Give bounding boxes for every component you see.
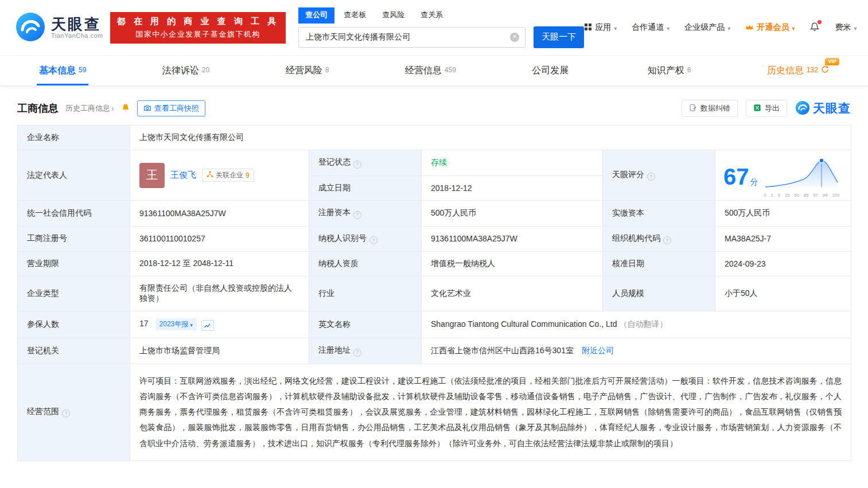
notification-bell[interactable] (809, 22, 820, 34)
tab-history-info[interactable]: VIP 历史信息 132 (765, 56, 831, 85)
field-value-term: 2018-12-12 至 2048-12-11 (130, 252, 309, 276)
export-button-label: 导出 (765, 103, 780, 114)
tab-label: 公司发展 (532, 65, 569, 77)
search-tab-risk[interactable]: 查风险 (375, 7, 411, 24)
search-tabs: 查公司 查老板 查风险 查关系 (298, 7, 584, 24)
search-tab-company[interactable]: 查公司 (298, 7, 334, 24)
field-label-reg-capital: 注册资本 (309, 201, 422, 227)
data-correction-button[interactable]: 数据纠错 (682, 100, 738, 117)
table-row: 登记机关 上饶市市场监督管理局 注册地址 江西省上饶市信州区中山西路16号301… (18, 338, 851, 364)
history-refresh-icon (821, 65, 829, 76)
nav-vip[interactable]: 开通会员 (745, 22, 795, 33)
table-row: 工商注册号 361100110010257 纳税人识别号 91361100MA3… (18, 226, 851, 252)
chevron-down-icon (854, 23, 857, 32)
field-label-taxpayer-no: 纳税人识别号 (309, 226, 422, 252)
table-row: 法定代表人 王 王俊飞 关联企业 9 (18, 150, 851, 176)
help-icon[interactable] (663, 236, 671, 244)
field-value-insured: 172023年报 (130, 311, 309, 338)
table-row: 企业类型 有限责任公司（非自然人投资或控股的法人独资） 行业 文化艺术业 人员规… (18, 276, 851, 311)
section-header: 工商信息 历史工商信息 查看工商快照 数据纠错 (0, 86, 868, 125)
table-row: 经营范围 许可项目：互联网游戏服务，演出经纪，网络文化经营，建设工程设计，建设工… (18, 364, 851, 460)
tab-legal-litigation[interactable]: 法律诉讼 20 (160, 56, 212, 85)
search-tab-boss[interactable]: 查老板 (337, 7, 373, 24)
legal-rep-link[interactable]: 王俊飞 (170, 170, 196, 181)
nav-enterprise[interactable]: 企业级产品 (684, 22, 730, 33)
export-button[interactable]: 导出 (746, 100, 787, 117)
camera-icon (143, 104, 151, 114)
tianyancha-watermark: 天眼查 (795, 100, 851, 117)
history-business-info-link[interactable]: 历史工商信息 (65, 103, 114, 114)
field-value-reg-no: 361100110010257 (130, 226, 309, 252)
subscribe-bell-icon[interactable] (121, 103, 130, 114)
clear-icon[interactable] (510, 33, 519, 42)
help-icon[interactable] (369, 236, 377, 244)
tianyancha-logo[interactable]: 天眼查 TianYanCha.com (15, 11, 103, 44)
table-row: 参保人数 172023年报 英文名称 Shangrao Tiantong Cul… (18, 311, 851, 338)
field-value-establish-date: 2018-12-12 (422, 175, 603, 200)
tab-label: 经营风险 (286, 65, 322, 77)
tab-count: 59 (79, 66, 86, 74)
snapshot-button-label: 查看工商快照 (154, 103, 199, 114)
field-label-address: 注册地址 (309, 338, 422, 364)
chevron-right-icon (111, 104, 114, 113)
tab-intellectual-property[interactable]: 知识产权 6 (645, 56, 694, 85)
chevron-down-icon (614, 23, 617, 32)
tab-label: 法律诉讼 (162, 65, 199, 77)
field-value-industry: 文化艺术业 (422, 276, 603, 311)
search-block: 查公司 查老板 查风险 查关系 天眼一下 (298, 7, 584, 48)
tianyancha-mark-icon (795, 100, 810, 117)
business-info-table: 企业名称 上饶市天同文化传播有限公司 法定代表人 王 王俊飞 (17, 125, 851, 461)
tianyancha-logo-icon (15, 11, 46, 44)
status-badge: 存续 (431, 158, 447, 167)
org-link-icon (207, 171, 213, 179)
tab-operation-risk[interactable]: 经营风险 8 (283, 56, 332, 85)
legal-rep-avatar[interactable]: 王 (139, 163, 165, 188)
vip-badge: VIP (825, 58, 839, 65)
tab-business-info[interactable]: 经营信息 459 (403, 56, 458, 85)
help-icon[interactable] (647, 173, 655, 181)
related-companies-badge[interactable]: 关联企业 9 (202, 169, 254, 182)
nav-partner[interactable]: 合作通道 (632, 22, 670, 33)
chevron-down-icon (792, 23, 795, 32)
watermark-label: 天眼查 (813, 100, 851, 116)
search-button[interactable]: 天眼一下 (534, 26, 584, 48)
business-snapshot-button[interactable]: 查看工商快照 (137, 100, 205, 116)
help-icon[interactable] (353, 211, 361, 219)
chevron-down-icon (727, 23, 730, 32)
field-value-reg-status: 存续 (422, 150, 603, 176)
nav-user[interactable]: 费米 (835, 22, 857, 33)
field-value-score: 67分 0131550859799100 (715, 150, 851, 201)
tab-basic-info[interactable]: 基本信息 59 (37, 56, 88, 85)
field-value-org-code: MA38A25J-7 (715, 226, 851, 252)
search-tab-relation[interactable]: 查关系 (414, 7, 450, 24)
help-icon[interactable] (353, 349, 361, 357)
tab-count: 8 (325, 66, 329, 74)
score-number: 67分 (723, 165, 758, 188)
top-nav: 应用 合作通道 企业级产品 开通会员 (584, 22, 857, 34)
table-row: 企业名称 上饶市天同文化传播有限公司 (18, 126, 851, 150)
field-value-taxpayer-quality: 增值税一般纳税人 (422, 252, 603, 276)
field-value-approve-date: 2024-09-23 (715, 252, 851, 276)
field-value-legal-rep: 王 王俊飞 关联企业 9 (130, 150, 309, 201)
field-label-company-name: 企业名称 (18, 126, 130, 150)
tab-company-development[interactable]: 公司发展 (530, 56, 574, 85)
chevron-down-icon (667, 23, 670, 32)
related-companies-count: 9 (246, 171, 250, 179)
help-icon[interactable] (62, 409, 70, 417)
search-input-wrap (298, 27, 526, 48)
section-title: 工商信息 (17, 101, 59, 115)
search-input[interactable] (299, 28, 525, 47)
nav-apps[interactable]: 应用 (584, 22, 617, 33)
help-icon[interactable] (353, 161, 361, 169)
field-label-reg-authority: 登记机关 (18, 338, 130, 364)
tab-label: 历史信息 (767, 65, 804, 77)
crown-icon (745, 23, 754, 32)
nav-apps-label: 应用 (595, 22, 611, 33)
annual-report-badge[interactable]: 2023年报 (155, 318, 197, 330)
field-value-reg-authority: 上饶市市场监督管理局 (130, 338, 309, 364)
field-label-score: 天眼评分 (603, 150, 715, 201)
nearby-companies-link[interactable]: 附近公司 (582, 346, 614, 355)
tab-label: 经营信息 (405, 65, 442, 77)
history-link-label: 历史工商信息 (65, 103, 110, 114)
trend-chart-icon[interactable] (201, 320, 214, 331)
